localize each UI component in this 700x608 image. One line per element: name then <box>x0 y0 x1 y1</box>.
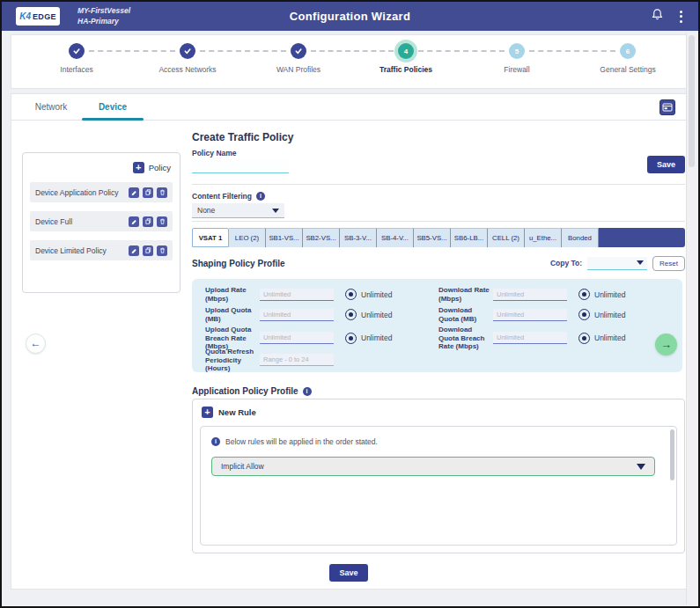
step-number: 5 <box>509 43 525 59</box>
step-check-icon <box>69 43 85 59</box>
wan-profile-tabs: VSAT 1 LEO (2) SB1-VS... SB2-VS... SB-3-… <box>192 228 685 247</box>
wan-tab-sb4[interactable]: SB-4-V... <box>377 228 414 247</box>
download-breach-rate-label: Download Quota Breach Rate (Mbps) <box>438 326 493 351</box>
policy-name-input[interactable] <box>192 159 289 173</box>
step-firewall[interactable]: 5 Firewall <box>464 35 570 74</box>
upload-rate-unlimited-radio[interactable] <box>345 289 357 300</box>
configuration-wizard-screen: K4 EDGE MY-FirstVessel HA-Primary Config… <box>0 0 700 608</box>
wan-tabs-filler <box>599 228 685 247</box>
policy-row[interactable]: Device Full <box>30 211 173 231</box>
download-rate-label: Download Rate (Mbps) <box>438 286 493 303</box>
copy-to-select[interactable] <box>587 257 647 270</box>
notifications-bell-icon[interactable] <box>651 8 664 25</box>
wan-tab-sb3[interactable]: SB-3-V... <box>340 228 377 247</box>
page-scrollbar-thumb[interactable] <box>689 35 695 167</box>
wizard-stepper: Interfaces Access Networks WAN Profiles … <box>11 34 687 89</box>
wan-tab-sb6[interactable]: SB6-LB... <box>451 228 488 247</box>
rules-scrollbar[interactable] <box>670 429 674 480</box>
delete-policy-icon[interactable] <box>157 216 167 227</box>
wan-tab-vsat1[interactable]: VSAT 1 <box>192 228 229 247</box>
copy-policy-icon[interactable] <box>143 245 153 256</box>
save-button[interactable]: Save <box>647 156 685 173</box>
wan-tab-cell[interactable]: CELL (2) <box>488 228 525 247</box>
upload-rate-input[interactable] <box>260 289 334 301</box>
upload-quota-input[interactable] <box>260 309 334 321</box>
page-title: Configuration Wizard <box>2 10 698 23</box>
wan-tab-leo[interactable]: LEO (2) <box>229 228 266 247</box>
add-policy-button[interactable]: + Policy <box>133 162 171 173</box>
divider <box>192 221 685 222</box>
wan-tab-bonded[interactable]: Bonded <box>562 228 599 247</box>
step-interfaces[interactable]: Interfaces <box>24 35 129 74</box>
scope-tabbar: Network Device <box>11 94 686 121</box>
wan-tab-sb5[interactable]: SB5-VS... <box>414 228 451 247</box>
info-icon[interactable]: i <box>303 387 312 396</box>
delete-policy-icon[interactable] <box>157 187 167 198</box>
step-general-settings[interactable]: 6 General Settings <box>575 35 681 74</box>
wan-tab-sb1[interactable]: SB1-VS... <box>266 228 303 247</box>
chevron-down-icon <box>637 260 644 265</box>
copy-to-label: Copy To: <box>550 259 582 267</box>
upload-breach-unlimited-radio[interactable] <box>345 333 357 344</box>
download-quota-input[interactable] <box>493 309 567 321</box>
create-traffic-policy-form: Create Traffic Policy Policy Name Save C… <box>192 121 685 560</box>
upload-quota-label: Upload Quota (MB) <box>205 306 260 323</box>
policy-summary-icon[interactable] <box>659 99 675 115</box>
download-rate-input[interactable] <box>493 289 567 301</box>
quota-refresh-label: Quota Refresh Periodicity (Hours) <box>205 348 260 373</box>
save-policy-button[interactable]: Save <box>329 564 367 582</box>
step-access-networks[interactable]: Access Networks <box>135 35 240 74</box>
rule-implicit-allow[interactable]: Implicit Allow <box>211 457 655 476</box>
shaping-profile-heading: Shaping Policy Profile <box>192 259 285 268</box>
application-rules-card: + New Rule i Below rules will be applied… <box>192 399 685 553</box>
application-policy-heading: Application Policy Profile <box>192 386 298 396</box>
content-filtering-select[interactable]: None <box>192 203 284 218</box>
chevron-down-icon <box>272 209 279 213</box>
active-tab-underline <box>82 118 144 121</box>
info-icon: i <box>211 437 220 446</box>
info-icon[interactable]: i <box>256 192 265 201</box>
download-breach-unlimited-radio[interactable] <box>578 333 590 344</box>
more-menu-icon[interactable] <box>680 11 682 23</box>
tab-network[interactable]: Network <box>20 94 82 121</box>
download-quota-label: Download Quota (MB) <box>438 306 493 323</box>
tab-device[interactable]: Device <box>82 94 144 121</box>
content-filtering-label: Content Filtering <box>192 192 252 201</box>
quota-refresh-input[interactable] <box>260 354 334 366</box>
shaping-policy-panel: Upload Rate (Mbps) Unlimited Upload Quot… <box>192 279 682 372</box>
divider <box>192 184 685 185</box>
policy-row[interactable]: Device Limited Policy <box>30 240 173 260</box>
page-scrollbar[interactable] <box>686 33 696 604</box>
upload-breach-rate-input[interactable] <box>260 332 334 344</box>
chevron-down-icon <box>637 464 645 470</box>
reset-button[interactable]: Reset <box>652 256 685 271</box>
rules-list: i Below rules will be applied in the ord… <box>200 426 677 546</box>
edit-policy-icon[interactable] <box>129 216 139 227</box>
copy-policy-icon[interactable] <box>143 187 153 198</box>
download-breach-rate-input[interactable] <box>493 332 567 344</box>
edit-policy-icon[interactable] <box>129 245 139 256</box>
device-policy-list-panel: + Policy Device Application Policy Devic… <box>22 152 181 293</box>
upload-quota-unlimited-radio[interactable] <box>345 309 357 320</box>
form-heading: Create Traffic Policy <box>192 131 293 143</box>
step-wan-profiles[interactable]: WAN Profiles <box>246 35 351 74</box>
plus-icon: + <box>202 407 213 418</box>
wan-tab-sb2[interactable]: SB2-VS... <box>303 228 340 247</box>
step-number: 6 <box>620 43 636 59</box>
copy-policy-icon[interactable] <box>143 216 153 227</box>
carousel-prev-button[interactable]: ← <box>26 333 46 354</box>
policy-row[interactable]: Device Application Policy <box>30 182 173 202</box>
new-rule-button[interactable]: + New Rule <box>202 407 256 418</box>
download-quota-unlimited-radio[interactable] <box>578 309 590 320</box>
carousel-next-button[interactable]: → <box>655 333 677 355</box>
delete-policy-icon[interactable] <box>157 245 167 256</box>
rules-order-note: Below rules will be applied in the order… <box>225 437 378 446</box>
active-step-ring: 4 <box>394 40 417 62</box>
edit-policy-icon[interactable] <box>129 187 139 198</box>
step-traffic-policies[interactable]: 4 Traffic Policies <box>353 35 459 74</box>
wan-tab-ethernet[interactable]: u_Ethe... <box>525 228 562 247</box>
upload-rate-label: Upload Rate (Mbps) <box>205 286 260 303</box>
step-number: 4 <box>398 43 414 59</box>
download-rate-unlimited-radio[interactable] <box>578 289 590 300</box>
plus-icon: + <box>133 162 144 173</box>
